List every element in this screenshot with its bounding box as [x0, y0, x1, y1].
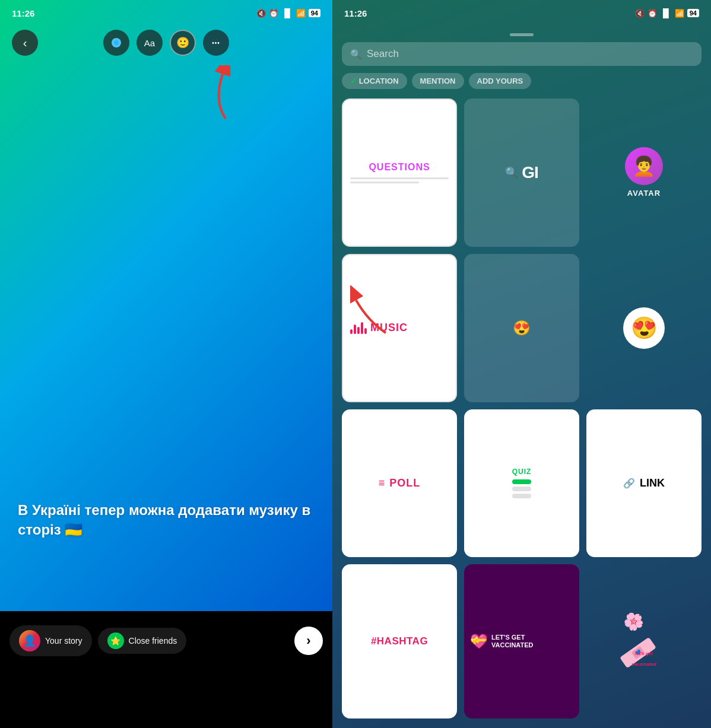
- next-button[interactable]: ›: [294, 627, 323, 655]
- music-content: MUSIC: [350, 322, 449, 334]
- close-friends-icon: ⭐: [107, 632, 124, 649]
- close-friends-button[interactable]: ⭐ Close friends: [98, 628, 187, 654]
- questions-label: QUESTIONS: [350, 162, 449, 173]
- poll-icon: ≡: [379, 477, 385, 489]
- close-friends-label: Close friends: [129, 636, 177, 646]
- vaccinated-text-block: LET'S GETVACCINATED: [491, 634, 533, 649]
- heart-ribbon-icon: 💝: [470, 633, 488, 650]
- link-chain-icon: 🔗: [623, 478, 635, 489]
- sticker-bandage[interactable]: 🌸 💙 let's getvaccinated: [586, 564, 702, 719]
- vaccinated-content: 💝 LET'S GETVACCINATED: [470, 633, 573, 650]
- reaction-content: 😍: [509, 320, 534, 336]
- emoji-heart-eyes: 😍: [631, 316, 658, 341]
- story-bottom-bar: 👤 Your story ⭐ Close friends ›: [0, 611, 332, 670]
- search-placeholder-text: Search: [367, 48, 399, 60]
- battery-icon: 94: [309, 9, 320, 17]
- back-button[interactable]: ‹: [12, 30, 38, 56]
- link-content: 🔗 LINK: [623, 477, 665, 489]
- story-main-text: В Україні тепер можна додавати музику в …: [18, 500, 315, 540]
- hashtag-label: #HASHTAG: [371, 635, 428, 647]
- alarm-icon-r: ⏰: [647, 9, 657, 18]
- sticker-icon: 🙂: [176, 36, 189, 49]
- annotation-arrow-top: [202, 65, 243, 127]
- vaccinated-label: LET'S GETVACCINATED: [491, 634, 533, 649]
- tab-mention[interactable]: MENTION: [412, 73, 464, 89]
- search-icon: 🔍: [350, 49, 362, 60]
- music-label: MUSIC: [370, 322, 408, 334]
- hashtag-content: #HASHTAG: [371, 635, 428, 647]
- more-icon: •••: [212, 40, 220, 46]
- lets-get-text: let's getvaccinated: [631, 651, 656, 667]
- wifi-icon: 📶: [296, 9, 306, 18]
- music-bars: [350, 322, 367, 334]
- bandage-content: 🌸 💙 let's getvaccinated: [617, 612, 671, 671]
- svg-point-1: [114, 40, 119, 45]
- tab-location[interactable]: ✓ LOCATION: [342, 73, 407, 89]
- sticker-gif[interactable]: 🔍 GI: [464, 98, 579, 247]
- draw-button[interactable]: [103, 30, 129, 56]
- status-time-right: 11:26: [344, 8, 367, 18]
- sticker-emoji-bubble[interactable]: 😍: [586, 254, 702, 402]
- avatar-circle: 🧑‍🦱: [625, 147, 663, 185]
- your-story-avatar: 👤: [19, 630, 40, 651]
- link-label: LINK: [640, 477, 665, 489]
- wifi-icon-r: 📶: [675, 9, 684, 18]
- sticker-vaccinated[interactable]: 💝 LET'S GETVACCINATED: [464, 564, 579, 719]
- story-editor-panel: 11:26 🔇 ⏰ ▐▌ 📶 94 ‹ Aa: [0, 0, 332, 670]
- bottom-sheet-handle: [510, 33, 534, 36]
- sticker-search-bar[interactable]: 🔍 Search: [342, 42, 702, 66]
- checkmark-icon: ✓: [350, 77, 359, 85]
- quiz-label: QUIZ: [512, 468, 532, 476]
- sticker-avatar[interactable]: 🧑‍🦱 AVATAR: [586, 98, 702, 247]
- draw-icon: [110, 36, 123, 49]
- quiz-line-green: [512, 479, 532, 484]
- emoji-bubble: 😍: [623, 307, 665, 349]
- bar2: [354, 325, 356, 334]
- gif-content: 🔍 GI: [505, 163, 538, 182]
- sticker-reaction[interactable]: 😍: [464, 254, 579, 402]
- your-story-button[interactable]: 👤 Your story: [9, 625, 92, 656]
- bar1: [350, 329, 353, 334]
- bar4: [361, 322, 363, 334]
- sticker-picker-panel: 11:26 🔇 ⏰ ▐▌ 📶 94 🔍 Search ✓ LOCATION ME…: [332, 0, 711, 728]
- sticker-music[interactable]: MUSIC: [342, 254, 457, 402]
- avatar-label: AVATAR: [627, 189, 661, 198]
- text-icon: Aa: [144, 38, 155, 48]
- quiz-line-gray2: [512, 494, 532, 498]
- quiz-line-gray1: [512, 487, 532, 491]
- battery-icon-r: 94: [687, 9, 699, 17]
- sticker-button[interactable]: 🙂: [170, 30, 196, 56]
- poll-label: POLL: [389, 477, 420, 489]
- alarm-icon: ⏰: [269, 9, 278, 18]
- reaction-emoji: 😍: [513, 320, 531, 336]
- vaccinated-sticker-label: let's getvaccinated: [617, 647, 671, 668]
- quiz-lines: [512, 479, 532, 498]
- back-icon: ‹: [23, 36, 27, 50]
- questions-line: [350, 177, 449, 179]
- bar3: [357, 327, 360, 334]
- more-button[interactable]: •••: [203, 30, 229, 56]
- story-toolbar: ‹ Aa 🙂 •••: [0, 30, 332, 56]
- status-time-left: 11:26: [12, 8, 34, 18]
- sticker-hashtag[interactable]: #HASHTAG: [342, 564, 457, 719]
- signal-bars-icon-r: ▐▌: [660, 8, 672, 18]
- sticker-link[interactable]: 🔗 LINK: [586, 409, 702, 558]
- your-story-label: Your story: [45, 636, 82, 646]
- questions-line2: [350, 182, 419, 183]
- gif-label: GI: [522, 163, 538, 182]
- mute-icon: 🔇: [256, 9, 266, 18]
- gif-search-icon: 🔍: [505, 166, 518, 179]
- category-tabs: ✓ LOCATION MENTION ADD YOURS: [332, 73, 711, 89]
- sticker-questions[interactable]: QUESTIONS: [342, 98, 457, 247]
- tab-add-yours[interactable]: ADD YOURS: [469, 73, 532, 89]
- sticker-poll[interactable]: ≡ POLL: [342, 409, 457, 558]
- next-icon: ›: [306, 633, 310, 648]
- flower-decoration: 🌸: [620, 608, 647, 635]
- sticker-quiz[interactable]: QUIZ: [464, 409, 579, 558]
- mute-icon-r: 🔇: [635, 9, 645, 18]
- quiz-content: QUIZ: [512, 468, 532, 498]
- signal-bars-icon: ▐▌: [281, 8, 293, 18]
- text-button[interactable]: Aa: [137, 30, 163, 56]
- poll-content: ≡ POLL: [379, 477, 421, 489]
- sticker-grid: QUESTIONS 🔍 GI 🧑‍🦱 AVATAR: [332, 98, 711, 728]
